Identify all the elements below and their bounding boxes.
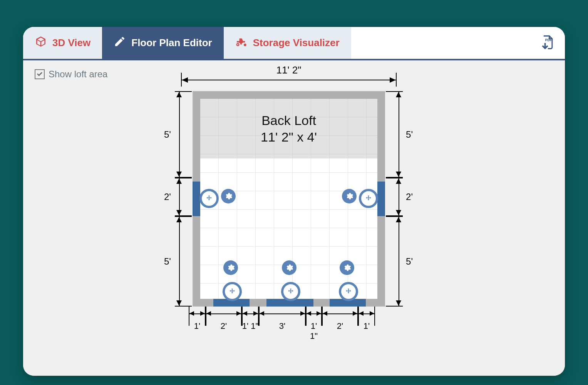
pencil-icon bbox=[114, 35, 126, 50]
dimension-right: 5' 2' 5' bbox=[385, 91, 412, 307]
move-icon bbox=[228, 288, 236, 295]
settings-button[interactable] bbox=[221, 189, 236, 203]
floor-plan: 11' 2" 5' 2' bbox=[166, 64, 412, 333]
dimension-bottom: 1' 2' 1' 1" 3' bbox=[193, 307, 385, 333]
svg-text:PDF: PDF bbox=[545, 38, 553, 42]
window-left[interactable] bbox=[193, 182, 200, 216]
move-handle[interactable] bbox=[281, 282, 300, 301]
settings-button[interactable] bbox=[282, 260, 297, 275]
move-handle[interactable] bbox=[199, 189, 219, 208]
tab-3d-view[interactable]: 3D View bbox=[23, 27, 102, 59]
app-window: 3D View Floor Plan Editor Storage Visual… bbox=[23, 27, 565, 376]
move-handle[interactable] bbox=[223, 282, 242, 301]
settings-button[interactable] bbox=[223, 260, 238, 275]
gear-icon bbox=[224, 192, 233, 200]
cube-icon bbox=[35, 35, 47, 50]
dimension-left: 5' 2' 5' bbox=[166, 91, 193, 307]
move-handle[interactable] bbox=[339, 282, 358, 301]
move-icon bbox=[205, 195, 213, 202]
settings-button[interactable] bbox=[340, 260, 354, 275]
gear-icon bbox=[285, 263, 293, 272]
gear-icon bbox=[343, 263, 351, 272]
loft-title: Back Loft bbox=[261, 112, 316, 129]
tab-floor-plan-editor[interactable]: Floor Plan Editor bbox=[102, 27, 223, 59]
tractor-icon bbox=[235, 35, 248, 50]
dimension-label: 11' 2" bbox=[181, 64, 397, 76]
gear-icon bbox=[345, 192, 353, 200]
export-pdf-button[interactable]: PDF bbox=[539, 34, 556, 52]
checkbox-label: Show loft area bbox=[49, 69, 107, 80]
tab-label: 3D View bbox=[52, 37, 90, 49]
move-icon bbox=[287, 288, 295, 295]
move-icon bbox=[365, 195, 372, 202]
move-handle[interactable] bbox=[359, 189, 378, 208]
tab-label: Storage Visualizer bbox=[253, 37, 340, 49]
loft-dims: 11' 2" x 4' bbox=[261, 129, 317, 145]
gear-icon bbox=[226, 263, 235, 272]
tab-bar: 3D View Floor Plan Editor Storage Visual… bbox=[23, 27, 565, 60]
settings-button[interactable] bbox=[342, 189, 357, 203]
plan-grid[interactable]: Back Loft 11' 2" x 4' bbox=[193, 91, 385, 307]
move-icon bbox=[345, 288, 352, 295]
loft-area[interactable]: Back Loft 11' 2" x 4' bbox=[200, 99, 377, 158]
dimension-top: 11' 2" bbox=[181, 64, 397, 91]
checkbox-icon bbox=[35, 69, 45, 79]
tab-label: Floor Plan Editor bbox=[131, 37, 212, 49]
show-loft-checkbox[interactable]: Show loft area bbox=[35, 69, 107, 80]
pdf-download-icon: PDF bbox=[539, 45, 556, 52]
editor-canvas: Show loft area 11' 2" 5' bbox=[23, 60, 565, 376]
tab-storage-visualizer[interactable]: Storage Visualizer bbox=[224, 27, 351, 59]
window-right[interactable] bbox=[377, 182, 385, 216]
